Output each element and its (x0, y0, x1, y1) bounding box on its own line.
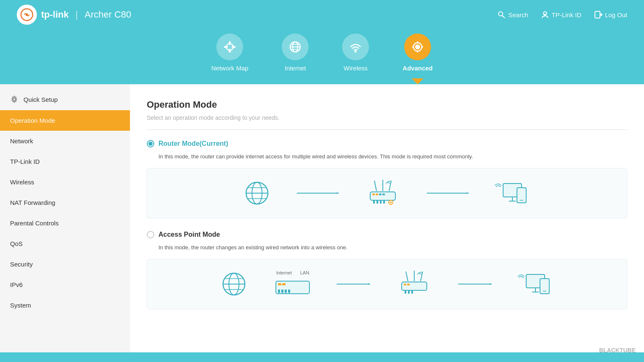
svg-rect-46 (380, 200, 382, 204)
devices-icon (494, 178, 532, 208)
header-actions: Search TP-Link ID Log Out (497, 10, 627, 19)
operation-mode-label: Operation Mode (10, 117, 55, 124)
system-label: System (10, 302, 31, 309)
svg-point-11 (234, 46, 236, 48)
diagram-ap-router (395, 269, 433, 299)
network-map-label: Network Map (211, 65, 248, 72)
content-area: Operation Mode Select an operation mode … (130, 84, 644, 352)
sidebar-item-security[interactable]: Security (0, 254, 130, 274)
tab-wireless[interactable]: Wireless (342, 34, 369, 80)
access-point-mode-header: Access Point Mode (147, 231, 627, 238)
sidebar-item-quick-setup[interactable]: Quick Setup (0, 88, 130, 110)
router-icon (364, 178, 402, 208)
svg-point-22 (415, 44, 420, 49)
internet-icon (288, 39, 303, 54)
svg-point-21 (355, 51, 357, 53)
svg-rect-40 (372, 194, 375, 195)
svg-rect-43 (382, 194, 385, 195)
watermark: BLACKTUBE (599, 347, 636, 354)
advanced-icon (410, 39, 425, 54)
svg-line-36 (374, 181, 377, 191)
internet-port-label: Internet (276, 270, 292, 275)
sidebar-item-nat-forwarding[interactable]: NAT Forwarding (0, 192, 130, 213)
svg-rect-44 (373, 200, 375, 204)
router-mode-radio[interactable] (147, 140, 154, 147)
sidebar-item-parental-controls[interactable]: Parental Controls (0, 213, 130, 233)
sidebar-item-tplink-id[interactable]: TP-Link ID (0, 151, 130, 172)
svg-point-24 (417, 41, 418, 43)
svg-line-3 (502, 16, 505, 18)
logo-separator: | (75, 9, 78, 20)
model-name: Archer C80 (85, 9, 131, 20)
wireless-icon-circle (342, 34, 369, 60)
connection-line-2 (427, 192, 469, 194)
svg-rect-78 (408, 290, 410, 294)
svg-point-9 (229, 51, 231, 53)
svg-rect-75 (404, 284, 406, 285)
sidebar-item-qos[interactable]: QoS (0, 233, 130, 254)
svg-rect-63 (278, 283, 281, 285)
access-point-mode-option: Access Point Mode In this mode, the rout… (147, 231, 627, 309)
active-tab-arrow (412, 78, 423, 84)
logout-label: Log Out (605, 11, 627, 18)
svg-rect-67 (285, 290, 287, 293)
svg-rect-66 (281, 290, 283, 293)
sidebar-item-operation-mode[interactable]: Operation Mode (0, 110, 130, 131)
router-mode-description: In this mode, the router can provide int… (158, 153, 627, 161)
network-map-icon-circle (216, 34, 243, 60)
svg-point-25 (417, 51, 418, 52)
sidebar-item-network[interactable]: Network (0, 131, 130, 151)
page-title: Operation Mode (147, 99, 627, 110)
svg-rect-6 (595, 11, 600, 18)
brand-name: tp-link (41, 9, 69, 20)
svg-marker-35 (337, 192, 339, 194)
ap-router-icon (395, 269, 433, 299)
network-map-icon (222, 39, 237, 54)
svg-point-8 (229, 41, 231, 44)
main-layout: Quick Setup Operation Mode Network TP-Li… (0, 84, 644, 352)
connection-line-1 (297, 192, 339, 194)
nav-tabs: Network Map Internet Wireless (0, 29, 644, 80)
search-icon (497, 10, 506, 19)
lan-port-label: LAN (300, 270, 309, 275)
svg-rect-62 (276, 281, 309, 294)
router-mode-diagram (147, 168, 627, 218)
nat-forwarding-label: NAT Forwarding (10, 199, 55, 206)
ap-connection-labels: Internet LAN (274, 270, 312, 298)
sidebar-item-ipv6[interactable]: IPv6 (0, 274, 130, 295)
router-mode-header: Router Mode(Current) (147, 140, 627, 147)
search-button[interactable]: Search (497, 10, 528, 19)
tplink-logo-icon (17, 5, 37, 25)
qos-label: QoS (10, 240, 23, 247)
svg-point-27 (421, 46, 423, 48)
access-point-mode-radio[interactable] (147, 231, 154, 238)
svg-rect-65 (278, 290, 280, 293)
globe-icon-2 (219, 269, 249, 299)
diagram-globe-2 (219, 269, 249, 299)
diagram-devices-2 (517, 269, 555, 299)
tab-internet[interactable]: Internet (282, 34, 309, 80)
svg-rect-42 (379, 194, 382, 195)
access-point-mode-name[interactable]: Access Point Mode (158, 231, 220, 238)
sidebar-item-system[interactable]: System (0, 295, 130, 315)
svg-rect-77 (405, 290, 406, 294)
svg-rect-41 (376, 194, 378, 195)
svg-rect-64 (282, 283, 286, 285)
internet-label: Internet (285, 65, 306, 72)
tab-advanced[interactable]: Advanced (402, 34, 433, 80)
access-point-mode-description: In this mode, the router changes an exis… (158, 243, 627, 252)
svg-point-26 (412, 46, 414, 48)
svg-rect-39 (370, 192, 395, 200)
tplink-id-icon (541, 10, 549, 19)
diagram-router (364, 178, 402, 208)
sidebar-item-wireless[interactable]: Wireless (0, 172, 130, 192)
svg-marker-51 (467, 192, 469, 194)
ipv6-label: IPv6 (10, 281, 23, 288)
svg-line-71 (406, 272, 408, 281)
modem-icon (274, 277, 312, 298)
logout-button[interactable]: Log Out (594, 10, 627, 19)
tab-network-map[interactable]: Network Map (211, 34, 248, 80)
search-label: Search (508, 11, 528, 18)
tplink-id-button[interactable]: TP-Link ID (541, 10, 582, 19)
router-mode-name[interactable]: Router Mode(Current) (158, 140, 228, 147)
